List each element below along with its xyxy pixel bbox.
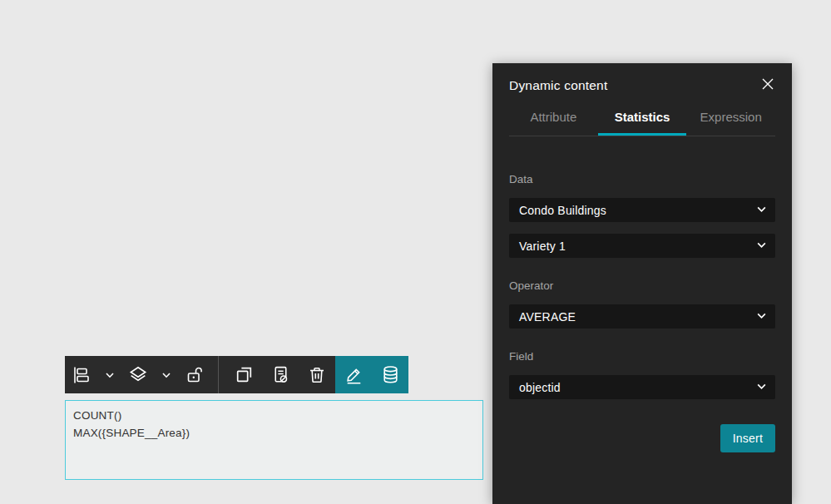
panel-header: Dynamic content <box>492 63 792 103</box>
dynamic-data-button[interactable] <box>372 356 408 393</box>
data-view-dropdown[interactable]: Variety 1 <box>509 234 775 258</box>
trash-icon <box>307 365 327 385</box>
tab-statistics[interactable]: Statistics <box>598 103 687 136</box>
canvas: COUNT() MAX({SHAPE__Area}) Dynamic conte… <box>0 0 831 504</box>
database-icon <box>380 364 401 385</box>
panel-tabs: Attribute Statistics Expression <box>509 103 775 136</box>
insert-row: Insert <box>509 424 775 452</box>
active-tool-group <box>335 356 408 393</box>
text-element[interactable]: COUNT() MAX({SHAPE__Area}) <box>65 400 483 480</box>
align-options-button[interactable] <box>98 356 121 393</box>
expression-line: COUNT() <box>73 407 475 424</box>
toolbar-divider <box>218 356 219 393</box>
data-label: Data <box>509 173 775 185</box>
chevron-down-icon <box>756 203 767 218</box>
duplicate-button[interactable] <box>225 356 262 393</box>
data-source-value: Condo Buildings <box>519 204 606 217</box>
chevron-down-icon <box>105 370 115 380</box>
align-left-button[interactable] <box>65 356 98 393</box>
operator-label: Operator <box>509 279 775 292</box>
duplicate-icon <box>234 364 255 385</box>
tab-attribute[interactable]: Attribute <box>509 103 598 136</box>
chevron-down-icon <box>756 309 767 324</box>
statistics-form: Data Condo Buildings Variety 1 Operator <box>492 136 792 452</box>
close-button[interactable] <box>760 78 775 93</box>
close-icon <box>761 77 774 94</box>
data-source-dropdown[interactable]: Condo Buildings <box>509 198 775 222</box>
clear-content-icon <box>270 364 291 385</box>
chevron-down-icon <box>756 380 767 395</box>
field-label: Field <box>509 350 775 363</box>
dynamic-content-panel: Dynamic content Attribute Statistics Exp… <box>492 63 792 504</box>
tab-expression[interactable]: Expression <box>686 103 775 136</box>
unlock-icon <box>185 365 205 385</box>
edit-content-button[interactable] <box>335 356 372 393</box>
panel-title: Dynamic content <box>509 78 607 93</box>
operator-dropdown[interactable]: AVERAGE <box>509 304 775 329</box>
layers-icon <box>127 364 149 386</box>
insert-button[interactable]: Insert <box>720 424 775 452</box>
operator-value: AVERAGE <box>519 310 576 324</box>
field-value: objectid <box>519 381 561 394</box>
lock-toggle-button[interactable] <box>178 356 211 393</box>
delete-button[interactable] <box>299 356 335 393</box>
chevron-down-icon <box>161 370 171 380</box>
field-dropdown[interactable]: objectid <box>509 375 775 399</box>
edit-pencil-icon <box>344 364 364 385</box>
expression-line: MAX({SHAPE__Area}) <box>73 424 475 442</box>
layers-options-button[interactable] <box>155 356 178 393</box>
data-view-value: Variety 1 <box>519 240 566 253</box>
clear-content-button[interactable] <box>262 356 299 393</box>
element-toolbar <box>65 356 408 393</box>
align-left-icon <box>72 365 92 385</box>
chevron-down-icon <box>756 239 767 254</box>
arrange-layers-button[interactable] <box>121 356 155 393</box>
